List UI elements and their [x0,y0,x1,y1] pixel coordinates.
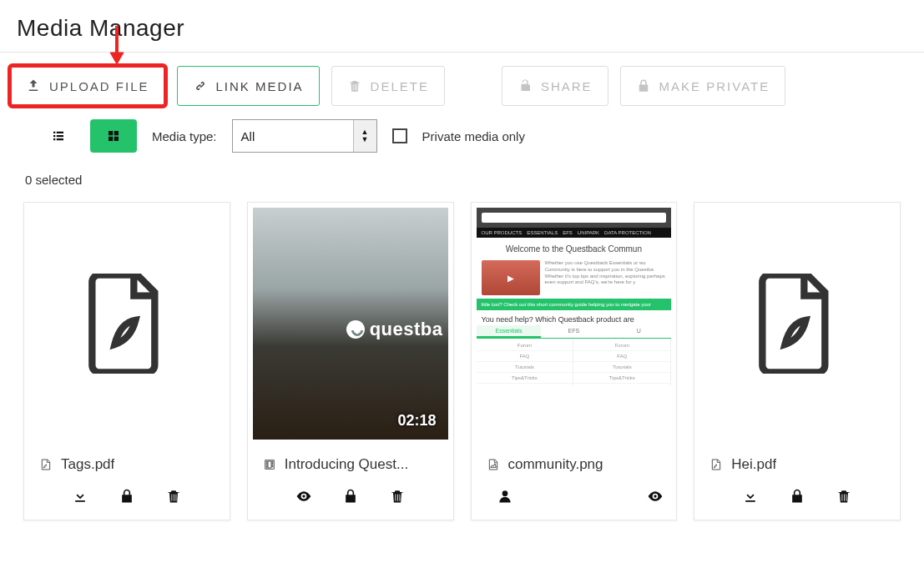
preview-nav: OUR PRODUCTS ESSENTIALS EFS UNIPARK DATA… [477,228,672,238]
media-card[interactable]: OUR PRODUCTS ESSENTIALS EFS UNIPARK DATA… [471,202,678,520]
link-icon [193,78,208,93]
video-brand: questba [346,319,443,340]
trash-icon[interactable] [165,488,182,505]
filter-row: Media type: All ▲▼ Private media only [0,114,924,159]
select-arrows-icon: ▲▼ [353,120,376,152]
trash-icon[interactable] [836,488,852,505]
filename: community.png [508,456,603,473]
media-grid: Tags.pdf questba 02:18 Introducing Quest… [0,195,924,537]
person-icon[interactable] [497,488,513,505]
preview-question: You need help? Which Questback product a… [477,310,672,325]
upload-label: Upload File [49,79,149,93]
list-view-button[interactable] [42,119,75,153]
grid-view-button[interactable] [90,119,137,153]
filename: Introducing Quest... [285,456,408,473]
pdf-icon [709,457,723,472]
video-duration: 02:18 [397,412,436,430]
upload-icon [26,78,41,93]
private-only-checkbox[interactable] [392,128,407,143]
preview-welcome: Welcome to the Questback Commun [477,238,672,257]
link-media-button[interactable]: Link Media [177,66,320,106]
download-icon[interactable] [742,488,759,505]
toolbar: Upload File Link Media Delete Share Make… [0,53,924,114]
share-label: Share [541,79,593,93]
media-card[interactable]: questba 02:18 Introducing Quest... [247,202,454,520]
preview-banner: little lost? Check out this short commun… [477,299,672,310]
unlock-icon [518,78,533,93]
grid-view-icon [106,128,121,143]
lock-icon[interactable] [342,488,359,505]
trash-icon [347,78,362,93]
delete-label: Delete [371,79,429,93]
thumbnail-pdf [694,203,900,445]
thumbnail-video: questba 02:18 [248,203,453,445]
card-title: Hei.pdf [694,445,900,480]
card-actions [694,480,900,520]
upload-file-button[interactable]: Upload File [10,66,165,106]
image-file-icon [487,457,500,472]
card-actions [472,480,677,520]
filename: Hei.pdf [731,456,776,473]
lock-icon [636,78,651,93]
card-actions [24,480,230,520]
media-type-value: All [233,120,353,152]
pdf-file-icon [85,274,169,374]
card-title: community.png [472,445,677,480]
media-card[interactable]: Tags.pdf [23,202,230,520]
lock-icon[interactable] [119,488,135,505]
list-view-icon [51,128,66,143]
film-icon [263,457,276,472]
preview-columns: Forum FAQ Tutorials Tips&Tricks Forum FA… [477,339,672,385]
eye-icon[interactable] [295,488,312,505]
card-title: Tags.pdf [24,445,230,480]
share-button[interactable]: Share [502,66,608,106]
preview-video-thumb [482,260,540,295]
preview-search [482,213,667,223]
make-private-button[interactable]: Make Private [620,66,786,106]
thumbnail-pdf [24,203,230,445]
card-title: Introducing Quest... [248,445,453,480]
download-icon[interactable] [72,488,88,505]
page-title: Media Manager [0,0,924,52]
pdf-file-icon [755,274,839,374]
media-type-select[interactable]: All ▲▼ [232,119,377,153]
thumbnail-image: OUR PRODUCTS ESSENTIALS EFS UNIPARK DATA… [472,203,677,445]
card-actions [248,480,453,520]
link-label: Link Media [216,79,304,93]
lock-icon[interactable] [789,488,805,505]
trash-icon[interactable] [389,488,406,505]
media-type-label: Media type: [152,129,217,143]
private-label: Make Private [659,79,770,93]
pdf-icon [39,457,53,472]
svg-marker-1 [110,53,124,64]
media-card[interactable]: Hei.pdf [694,202,901,520]
preview-tabs: Essentials EFS U [477,325,672,339]
filename: Tags.pdf [61,456,114,473]
selection-count: 0 selected [0,159,924,195]
private-only-label: Private media only [422,129,525,143]
eye-icon[interactable] [647,488,664,505]
preview-blurb: Whether you use Questback Essentials or … [545,260,667,295]
delete-button[interactable]: Delete [331,66,445,106]
